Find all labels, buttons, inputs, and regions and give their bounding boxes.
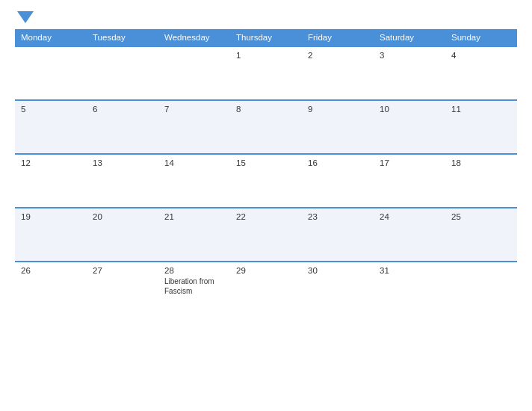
calendar-cell: 17 <box>374 154 445 208</box>
calendar-cell <box>87 46 158 100</box>
calendar-cell: 6 <box>87 100 158 154</box>
weekday-header-friday: Friday <box>302 29 374 46</box>
calendar-cell: 27 <box>87 262 158 315</box>
calendar-cell: 26 <box>15 262 87 315</box>
day-number: 11 <box>451 105 511 114</box>
logo <box>15 11 34 22</box>
day-number: 31 <box>380 266 439 275</box>
day-number: 15 <box>236 158 296 167</box>
day-number: 25 <box>451 212 511 221</box>
day-number: 20 <box>93 212 152 221</box>
calendar-cell: 22 <box>230 208 302 262</box>
day-number: 23 <box>308 212 368 221</box>
day-number: 1 <box>236 51 296 60</box>
calendar-cell: 1 <box>230 46 302 100</box>
week-row-3: 12131415161718 <box>15 154 517 208</box>
day-number: 16 <box>308 158 368 167</box>
weekday-header-row: MondayTuesdayWednesdayThursdayFridaySatu… <box>15 29 517 46</box>
calendar-cell: 14 <box>158 154 230 208</box>
calendar-cell: 5 <box>15 100 87 154</box>
calendar-cell: 9 <box>302 100 374 154</box>
day-number: 12 <box>21 158 81 167</box>
day-number: 29 <box>236 266 296 275</box>
day-number: 18 <box>451 158 511 167</box>
week-row-2: 567891011 <box>15 100 517 154</box>
day-number: 30 <box>308 266 368 275</box>
calendar-cell: 30 <box>302 262 374 315</box>
day-number: 24 <box>380 212 439 221</box>
day-number: 21 <box>164 212 224 221</box>
logo-flag-icon <box>17 11 34 23</box>
calendar-cell: 10 <box>374 100 445 154</box>
calendar-cell: 20 <box>87 208 158 262</box>
event-text: Liberation from Fascism <box>164 276 224 296</box>
calendar-cell: 28Liberation from Fascism <box>158 262 230 315</box>
calendar-cell: 15 <box>230 154 302 208</box>
calendar-cell: 13 <box>87 154 158 208</box>
calendar-table: MondayTuesdayWednesdayThursdayFridaySatu… <box>15 29 517 315</box>
day-number: 27 <box>93 266 152 275</box>
weekday-header-saturday: Saturday <box>374 29 445 46</box>
calendar-cell: 18 <box>445 154 517 208</box>
calendar-cell: 16 <box>302 154 374 208</box>
calendar-cell: 11 <box>445 100 517 154</box>
day-number: 6 <box>93 105 152 114</box>
calendar-cell: 7 <box>158 100 230 154</box>
weekday-header-thursday: Thursday <box>230 29 302 46</box>
day-number: 28 <box>164 266 224 275</box>
calendar-cell <box>15 46 87 100</box>
day-number: 4 <box>451 51 511 60</box>
day-number: 5 <box>21 105 81 114</box>
calendar-cell: 3 <box>374 46 445 100</box>
calendar-cell: 19 <box>15 208 87 262</box>
weekday-header-monday: Monday <box>15 29 87 46</box>
calendar-page: MondayTuesdayWednesdayThursdayFridaySatu… <box>0 0 532 411</box>
day-number: 19 <box>21 212 81 221</box>
day-number: 2 <box>308 51 368 60</box>
day-number: 9 <box>308 105 368 114</box>
weekday-header-sunday: Sunday <box>445 29 517 46</box>
week-row-1: 1234 <box>15 46 517 100</box>
header <box>15 11 517 22</box>
calendar-cell: 24 <box>374 208 445 262</box>
calendar-cell: 21 <box>158 208 230 262</box>
day-number: 26 <box>21 266 81 275</box>
day-number: 17 <box>380 158 439 167</box>
calendar-cell: 8 <box>230 100 302 154</box>
logo-line1 <box>15 11 34 23</box>
weekday-header-tuesday: Tuesday <box>87 29 158 46</box>
calendar-cell: 23 <box>302 208 374 262</box>
day-number: 14 <box>164 158 224 167</box>
calendar-cell: 12 <box>15 154 87 208</box>
calendar-cell: 4 <box>445 46 517 100</box>
svg-marker-0 <box>17 11 34 23</box>
weekday-header-wednesday: Wednesday <box>158 29 230 46</box>
week-row-4: 19202122232425 <box>15 208 517 262</box>
calendar-cell <box>158 46 230 100</box>
calendar-cell: 2 <box>302 46 374 100</box>
calendar-cell: 25 <box>445 208 517 262</box>
day-number: 7 <box>164 105 224 114</box>
calendar-cell: 29 <box>230 262 302 315</box>
day-number: 13 <box>93 158 152 167</box>
day-number: 10 <box>380 105 439 114</box>
week-row-5: 262728Liberation from Fascism293031 <box>15 262 517 315</box>
day-number: 3 <box>380 51 439 60</box>
calendar-cell: 31 <box>374 262 445 315</box>
day-number: 8 <box>236 105 296 114</box>
day-number: 22 <box>236 212 296 221</box>
calendar-cell <box>445 262 517 315</box>
